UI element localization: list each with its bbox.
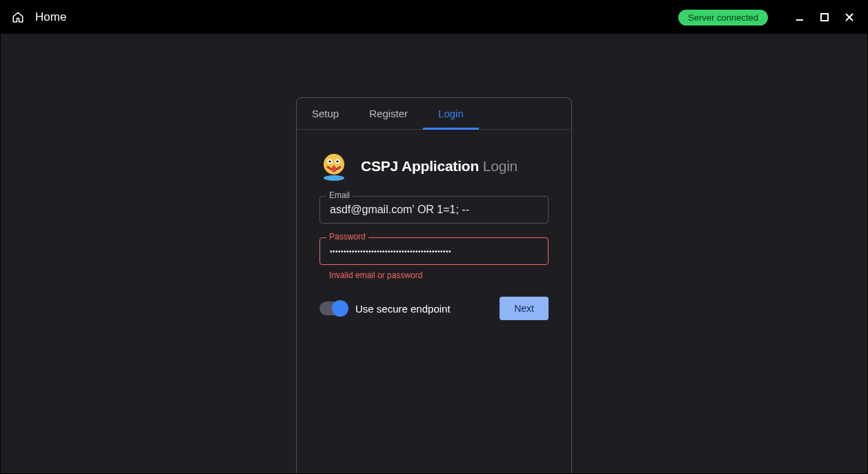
toggle-knob [332, 300, 348, 317]
window-controls [793, 10, 856, 24]
svg-point-8 [336, 160, 338, 162]
auth-tabs: Setup Register Login [297, 98, 571, 130]
login-heading: CSPJ Application Login [361, 158, 517, 175]
secure-endpoint-label: Use secure endpoint [355, 303, 491, 315]
email-label: Email [326, 190, 353, 200]
email-field-wrapper: Email [319, 196, 549, 224]
password-input[interactable] [319, 237, 549, 265]
svg-point-10 [324, 175, 344, 181]
password-field-wrapper: Password [319, 237, 549, 265]
auth-card: Setup Register Login [296, 97, 572, 474]
heading-suffix: Login [483, 158, 517, 174]
server-status-pill: Server connected [678, 10, 768, 26]
app-name-text: CSPJ Application [361, 158, 479, 174]
svg-rect-1 [821, 14, 828, 21]
password-label: Password [326, 232, 368, 241]
tab-login[interactable]: Login [423, 98, 479, 130]
close-icon[interactable] [842, 10, 856, 24]
svg-point-9 [332, 166, 336, 172]
login-panel: CSPJ Application Login Email Password In… [297, 130, 571, 334]
titlebar-left: Home [12, 10, 66, 24]
minimize-icon[interactable] [793, 10, 807, 24]
next-button[interactable]: Next [500, 297, 549, 320]
tab-setup[interactable]: Setup [297, 98, 354, 130]
maximize-icon[interactable] [818, 10, 831, 24]
login-actions-row: Use secure endpoint Next [319, 297, 549, 320]
titlebar: Home Server connected [1, 1, 867, 34]
svg-point-6 [328, 160, 331, 162]
window-title: Home [35, 10, 66, 24]
secure-endpoint-toggle[interactable] [319, 302, 347, 315]
login-error-text: Invalid email or password [319, 270, 549, 280]
home-icon[interactable] [12, 11, 24, 23]
email-input[interactable] [319, 196, 549, 224]
app-logo-icon [319, 152, 348, 181]
login-header: CSPJ Application Login [319, 152, 549, 181]
tab-register[interactable]: Register [354, 98, 423, 130]
content-area: Setup Register Login [1, 34, 867, 473]
